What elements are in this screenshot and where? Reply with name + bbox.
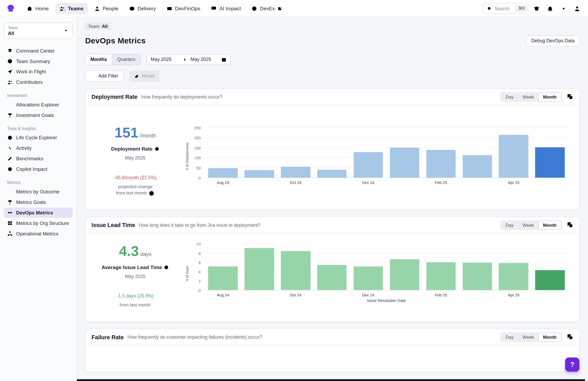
person-icon bbox=[94, 6, 100, 12]
bar-feb-25[interactable] bbox=[426, 262, 456, 290]
bar-nov-24[interactable] bbox=[317, 169, 347, 178]
x-tick-label bbox=[387, 180, 423, 185]
sidebar-item-devops-metrics[interactable]: DevOps Metrics bbox=[4, 208, 73, 218]
grid-icon bbox=[7, 220, 13, 226]
bar-dec-24[interactable] bbox=[353, 266, 383, 290]
sidebar-item-metrics-by-outcome[interactable]: Metrics by Outcome bbox=[4, 187, 73, 197]
toggle-month[interactable]: Month bbox=[539, 333, 561, 341]
x-tick-label: Feb 25 bbox=[423, 180, 459, 185]
stat-label: Deployment Rate bbox=[111, 146, 153, 152]
sidebar-item-team-summary[interactable]: Team Summary bbox=[4, 56, 73, 66]
toggle-day[interactable]: Day bbox=[501, 221, 518, 229]
sidebar-item-operational-metrics[interactable]: Operational Metrics bbox=[4, 229, 73, 239]
granularity-quarters[interactable]: Quarters bbox=[112, 54, 140, 65]
bar-apr-25[interactable] bbox=[499, 263, 528, 290]
bar-may-25[interactable] bbox=[535, 147, 565, 178]
help-button[interactable]: ? bbox=[565, 357, 579, 372]
bar-mar-25[interactable] bbox=[463, 262, 492, 290]
toggle-month[interactable]: Month bbox=[539, 93, 561, 101]
team-select-dropdown[interactable]: Team All bbox=[4, 23, 73, 39]
bar-feb-25[interactable] bbox=[426, 150, 456, 177]
sidebar: Team All Command Center Team Summary Wor… bbox=[0, 17, 77, 381]
toggle-week[interactable]: Week bbox=[518, 333, 539, 341]
bar-dec-24[interactable] bbox=[353, 152, 383, 178]
granularity-months[interactable]: Months bbox=[85, 54, 112, 65]
chevron-down-icon bbox=[63, 28, 69, 33]
plus-icon bbox=[90, 73, 96, 79]
plot-area bbox=[205, 244, 568, 290]
bar-jan-25[interactable] bbox=[390, 147, 419, 178]
add-filter-button[interactable]: Add Filter bbox=[85, 70, 124, 82]
debug-devops-data-button[interactable]: Debug DevOps Data bbox=[526, 35, 580, 47]
toggle-day[interactable]: Day bbox=[501, 333, 518, 341]
x-axis-title: Issue Resolution Date bbox=[205, 298, 568, 303]
bar-jan-25[interactable] bbox=[390, 259, 419, 290]
app-logo[interactable] bbox=[5, 3, 17, 14]
sidebar-item-activity[interactable]: Activity bbox=[4, 143, 73, 153]
bar-nov-24[interactable] bbox=[317, 265, 347, 290]
date-range-picker[interactable]: May 2025 May 2025 bbox=[147, 54, 231, 65]
info-icon[interactable] bbox=[148, 190, 154, 197]
notifications-button[interactable] bbox=[545, 3, 556, 14]
breadcrumb[interactable]: Team: All bbox=[85, 23, 111, 30]
sidebar-item-copilot-impact[interactable]: Copilot Impact bbox=[4, 164, 73, 174]
settings-button[interactable] bbox=[558, 3, 569, 14]
smile-icon bbox=[251, 6, 257, 12]
bar-may-25[interactable] bbox=[535, 270, 565, 290]
toggle-day[interactable]: Day bbox=[501, 93, 518, 101]
info-icon[interactable] bbox=[164, 265, 169, 270]
bar-sep-24[interactable] bbox=[245, 248, 274, 290]
nav-item-delivery[interactable]: Delivery bbox=[125, 3, 160, 14]
period-toggle: Day Week Month bbox=[500, 220, 562, 230]
nav-item-teams[interactable]: Teams bbox=[55, 3, 88, 14]
nav-item-people[interactable]: People bbox=[90, 3, 123, 14]
sidebar-item-metrics-by-org-structure[interactable]: Metrics by Org Structure bbox=[4, 218, 73, 228]
toggle-month[interactable]: Month bbox=[539, 221, 561, 229]
bar-mar-25[interactable] bbox=[463, 155, 492, 178]
account-button[interactable] bbox=[571, 3, 583, 14]
bar-aug-24[interactable] bbox=[208, 266, 238, 290]
sidebar-item-investment-goals[interactable]: Investment Goals bbox=[4, 110, 73, 120]
global-search[interactable]: ⌘K bbox=[483, 3, 529, 14]
nav-item-devex[interactable]: DevEx bbox=[247, 3, 286, 14]
toggle-week[interactable]: Week bbox=[518, 221, 539, 229]
bottom-scrollbar[interactable] bbox=[77, 379, 585, 381]
bar-sep-24[interactable] bbox=[245, 170, 274, 178]
stat-period: May 2025 bbox=[85, 274, 185, 279]
sidebar-item-label: Team Summary bbox=[16, 58, 50, 64]
card-subtitle: How frequently do deployments occur? bbox=[141, 94, 222, 100]
bar-aug-24[interactable] bbox=[208, 168, 238, 178]
date-to[interactable]: May 2025 bbox=[191, 57, 218, 62]
sidebar-item-benchmarks[interactable]: Benchmarks bbox=[4, 154, 73, 164]
copy-chart-button[interactable] bbox=[567, 222, 573, 228]
bar-oct-24[interactable] bbox=[281, 167, 310, 178]
bar-oct-24[interactable] bbox=[281, 251, 310, 290]
sidebar-item-contributors[interactable]: Contributors bbox=[4, 77, 73, 87]
nav-item-ai-impact[interactable]: AI Impact bbox=[207, 3, 245, 14]
x-tick-label bbox=[314, 293, 350, 297]
search-input[interactable] bbox=[495, 6, 513, 11]
y-tick-label: 2 bbox=[199, 279, 201, 284]
learning-button[interactable] bbox=[531, 3, 542, 14]
card-title: Failure Rate bbox=[92, 334, 124, 340]
reset-label: Reset bbox=[142, 73, 154, 79]
copy-chart-button[interactable] bbox=[567, 334, 573, 340]
copy-chart-button[interactable] bbox=[567, 94, 573, 100]
bar-apr-25[interactable] bbox=[499, 135, 528, 178]
toggle-week[interactable]: Week bbox=[518, 93, 539, 101]
sidebar-item-command-center[interactable]: Command Center bbox=[4, 46, 73, 56]
x-tick-label bbox=[314, 180, 350, 185]
date-from[interactable]: May 2025 bbox=[151, 57, 178, 62]
period-toggle: Day Week Month bbox=[500, 92, 562, 102]
reset-button[interactable]: Reset bbox=[129, 70, 159, 82]
sidebar-item-metrics-goals[interactable]: Metrics Goals bbox=[4, 197, 73, 207]
y-tick-label: 250 bbox=[194, 126, 201, 130]
sidebar-item-label: Operational Metrics bbox=[16, 231, 58, 236]
sidebar-item-allocations-explorer[interactable]: Allocations Explorer bbox=[4, 100, 73, 110]
nav-item-home[interactable]: Home bbox=[23, 3, 53, 14]
info-icon[interactable] bbox=[154, 147, 159, 152]
deployment-rate-chart: # of Deployments 050100150200250 Aug 24O… bbox=[185, 105, 579, 209]
sidebar-item-work-in-flight[interactable]: Work in Flight bbox=[4, 67, 73, 77]
nav-item-devfinops[interactable]: DevFinOps bbox=[162, 3, 204, 14]
sidebar-item-life-cycle-explorer[interactable]: Life Cycle Explorer bbox=[4, 133, 73, 143]
